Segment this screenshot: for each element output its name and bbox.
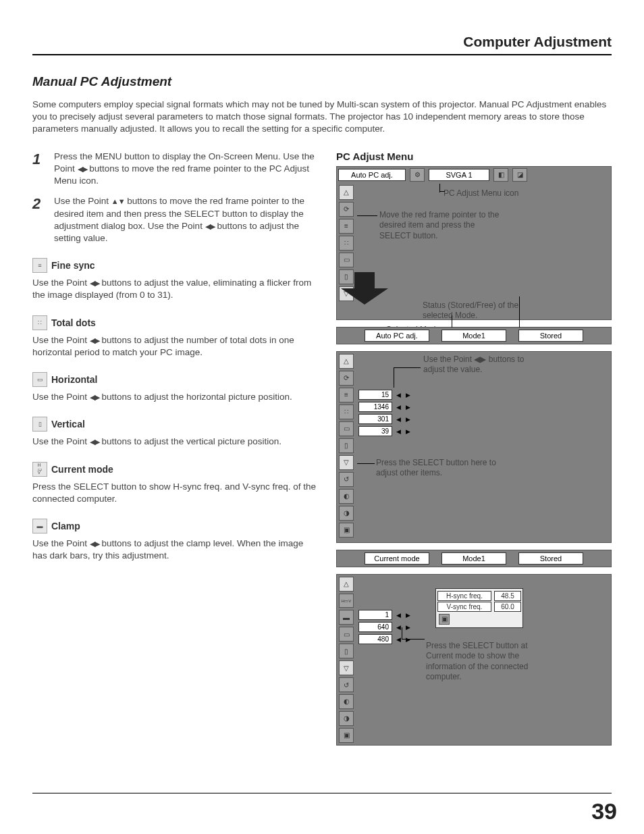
quit-icon: ▣ <box>339 728 354 743</box>
osd3-side-icons: △ H▭V ▬ ▭ ▯ ▽ ↺ ◐ ◑ ▣ <box>337 575 356 745</box>
left-right-arrows-icon: ◀▶ <box>90 278 99 288</box>
total-dots-desc: Use the Point ◀▶ buttons to adjust the n… <box>32 334 316 359</box>
vertical-icon: ▯ <box>32 417 47 432</box>
osd-icon-a: ◧ <box>493 168 508 182</box>
up-down-arrows-icon: ▲▼ <box>111 197 125 207</box>
step-number: 1 <box>32 151 46 188</box>
increase-icon: ▶ <box>404 390 411 400</box>
annot-adjust-value: Use the Point ◀▶ buttons to adjust the v… <box>423 355 545 375</box>
increase-icon: ▶ <box>404 610 411 621</box>
reset-icon: ↺ <box>339 677 354 692</box>
quit-icon: ▣ <box>339 523 354 538</box>
osd-main-area-1: PC Adjust Menu icon Move the red frame p… <box>356 183 611 303</box>
value-row-4: 39 ◀ ▶ <box>358 426 611 437</box>
value-horizontal: 301 <box>358 414 392 424</box>
decrease-icon: ◀ <box>395 414 402 425</box>
step-2: 2 Use the Point ▲▼ buttons to move the r… <box>32 195 316 244</box>
pc-adjust-menu-title: PC Adjust Menu <box>336 151 612 162</box>
fine-sync-mini-icon: ≡ <box>339 388 354 402</box>
step-2-text-a: Use the Point <box>54 196 111 206</box>
step-1-text: Press the MENU button to display the On-… <box>54 151 316 188</box>
horizontal-mini-icon: ▭ <box>339 253 354 267</box>
reset-icon: ↺ <box>339 472 354 487</box>
horizontal-desc: Use the Point ◀▶ buttons to adjust the h… <box>32 391 316 403</box>
increase-icon: ▶ <box>404 634 411 645</box>
current-mode-icon: H▭V <box>32 462 47 477</box>
fine-sync-desc: Use the Point ◀▶ buttons to adjust the v… <box>32 277 316 301</box>
status-right: Stored <box>518 330 583 342</box>
store-icon: ◑ <box>339 711 354 726</box>
vertical-desc: Use the Point ◀▶ buttons to adjust the v… <box>32 436 316 448</box>
footer-rule <box>32 793 612 793</box>
total-dots-mini-icon: ∷ <box>339 405 354 419</box>
value-row-3: 301 ◀ ▶ <box>358 414 611 425</box>
right-column: PC Adjust Menu Auto PC adj. ⚙ SVGA 1 ◧ ◪… <box>336 151 612 752</box>
horizontal-mini-icon: ▭ <box>339 421 354 436</box>
status-left: Auto PC adj. <box>365 330 429 342</box>
current-mode-desc: Press the SELECT button to show H-sync f… <box>32 481 316 505</box>
annot-select-here: Press the SELECT button here to adjust o… <box>376 458 511 479</box>
left-right-arrows-icon: ◀▶ <box>90 539 99 549</box>
fine-sync-mini-icon: ≡ <box>339 219 354 234</box>
increase-icon: ▶ <box>404 402 411 413</box>
scroll-up-icon: △ <box>339 354 354 369</box>
osd-panel-3: △ H▭V ▬ ▭ ▯ ▽ ↺ ◐ ◑ ▣ 1 ◀ ▶ <box>336 574 612 746</box>
step-2-text: Use the Point ▲▼ buttons to move the red… <box>54 195 316 244</box>
store-icon: ◑ <box>339 506 354 521</box>
fine-sync-icon: ≡ <box>32 258 47 273</box>
desc-a: Use the Point <box>32 538 90 548</box>
osd2-main-area: Use the Point ◀▶ buttons to adjust the v… <box>356 352 611 542</box>
osd2-side-icons: △ ⟳ ≡ ∷ ▭ ▯ ▽ ↺ ◐ ◑ ▣ <box>337 352 356 542</box>
osd-panel-1: Auto PC adj. ⚙ SVGA 1 ◧ ◪ △ ⟳ ≡ ∷ ▭ ▯ ▽ … <box>336 166 612 320</box>
value-vertical: 39 <box>358 426 392 436</box>
current-mode-mini-icon: H▭V <box>339 594 354 608</box>
left-right-arrows-icon: ◀▶ <box>90 437 99 447</box>
step-number: 2 <box>32 195 46 244</box>
increase-icon: ▶ <box>404 622 411 633</box>
quit-mini-icon: ▣ <box>437 613 521 626</box>
desc-a: Use the Point <box>32 278 90 288</box>
osd-top-bar: Auto PC adj. ⚙ SVGA 1 ◧ ◪ <box>337 167 611 183</box>
scroll-up-icon: △ <box>339 577 354 592</box>
auto-pc-icon: ⟳ <box>339 371 354 386</box>
subhead-title: Fine sync <box>51 260 95 271</box>
annot-move-pointer: Move the red frame pointer to the desire… <box>379 210 501 242</box>
desc-a: Use the Point <box>32 335 90 345</box>
clamp-mini-icon: ▬ <box>339 610 354 625</box>
annot-current-mode-info: Press the SELECT button at Current mode … <box>426 641 554 683</box>
osd-auto-pc-label: Auto PC adj. <box>338 169 406 181</box>
decrease-icon: ◀ <box>395 610 402 621</box>
value3-3: 480 <box>358 634 392 644</box>
subhead-title: Clamp <box>51 521 80 531</box>
arrow-down-icon <box>341 272 388 305</box>
value3-1: 1 <box>358 610 392 620</box>
osd-icon-b: ◪ <box>512 168 527 182</box>
subhead-current-mode: H▭V Current mode <box>32 462 316 477</box>
page-number: 39 <box>591 798 617 825</box>
status2-right: Stored <box>518 552 583 565</box>
left-column: 1 Press the MENU button to display the O… <box>32 151 316 752</box>
svg-marker-0 <box>341 272 388 305</box>
value-total-dots: 1346 <box>358 402 392 412</box>
subhead-total-dots: ∷ Total dots <box>32 315 316 330</box>
display-area-v-icon: ▯ <box>339 644 354 658</box>
osd-status-bar-2: Current mode Mode1 Stored <box>336 550 612 567</box>
osd-panel-2: △ ⟳ ≡ ∷ ▭ ▯ ▽ ↺ ◐ ◑ ▣ Use the Point ◀▶ b… <box>336 351 612 543</box>
subhead-title: Horizontal <box>51 374 97 385</box>
status2-left: Current mode <box>365 552 429 565</box>
display-area-h-icon: ▭ <box>339 627 354 642</box>
subhead-horizontal: ▭ Horizontal <box>32 372 316 387</box>
h-sync-value: 48.5 <box>494 591 521 601</box>
intro-paragraph: Some computers employ special signal for… <box>32 99 612 136</box>
vertical-mini-icon: ▯ <box>339 438 354 453</box>
scroll-up-icon: △ <box>339 185 354 200</box>
clamp-desc: Use the Point ◀▶ buttons to adjust the c… <box>32 538 316 562</box>
subhead-fine-sync: ≡ Fine sync <box>32 258 316 273</box>
sync-info-panel: H-sync freq. 48.5 V-sync freq. 60.0 ▣ <box>435 588 523 628</box>
subhead-title: Current mode <box>51 464 113 475</box>
osd-resolution: SVGA 1 <box>429 169 489 181</box>
decrease-icon: ◀ <box>395 390 402 400</box>
osd-status-bar-1: Auto PC adj. Mode1 Stored <box>336 327 612 344</box>
section-title: Manual PC Adjustment <box>32 74 612 89</box>
desc-a: Use the Point <box>32 392 90 402</box>
